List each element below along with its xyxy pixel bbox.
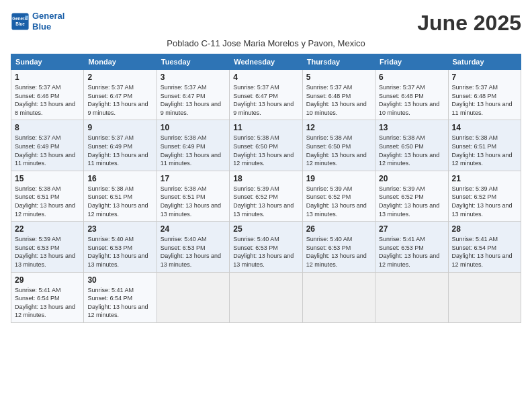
day-info: Sunrise: 5:37 AM Sunset: 6:49 PM Dayligh…: [87, 134, 152, 167]
day-number: 22: [15, 224, 80, 234]
table-row: 21 Sunrise: 5:39 AM Sunset: 6:52 PM Dayl…: [448, 171, 521, 221]
day-number: 27: [379, 224, 444, 234]
table-row: 16 Sunrise: 5:38 AM Sunset: 6:51 PM Dayl…: [84, 171, 157, 221]
day-number: 19: [306, 174, 371, 183]
day-info: Sunrise: 5:41 AM Sunset: 6:54 PM Dayligh…: [452, 235, 517, 269]
day-info: Sunrise: 5:38 AM Sunset: 6:50 PM Dayligh…: [306, 134, 371, 167]
day-info: Sunrise: 5:38 AM Sunset: 6:51 PM Dayligh…: [87, 185, 152, 218]
day-info: Sunrise: 5:37 AM Sunset: 6:48 PM Dayligh…: [306, 83, 371, 117]
table-row: 30 Sunrise: 5:41 AM Sunset: 6:54 PM Dayl…: [84, 272, 157, 322]
day-number: 2: [87, 73, 152, 82]
table-row: 17 Sunrise: 5:38 AM Sunset: 6:51 PM Dayl…: [157, 171, 229, 221]
day-info: Sunrise: 5:40 AM Sunset: 6:53 PM Dayligh…: [233, 235, 298, 269]
day-number: 25: [233, 224, 298, 234]
header-friday: Friday: [375, 54, 448, 70]
day-number: 11: [233, 123, 298, 132]
day-info: Sunrise: 5:37 AM Sunset: 6:47 PM Dayligh…: [161, 83, 226, 117]
day-number: 17: [161, 174, 226, 183]
day-number: 10: [161, 123, 226, 132]
day-info: Sunrise: 5:38 AM Sunset: 6:49 PM Dayligh…: [161, 134, 226, 167]
table-row: 19 Sunrise: 5:39 AM Sunset: 6:52 PM Dayl…: [302, 171, 375, 221]
table-row: 26 Sunrise: 5:40 AM Sunset: 6:53 PM Dayl…: [302, 222, 375, 272]
header-thursday: Thursday: [302, 54, 375, 70]
day-number: 15: [15, 174, 80, 183]
day-number: 7: [452, 73, 517, 82]
table-row: 23 Sunrise: 5:40 AM Sunset: 6:53 PM Dayl…: [84, 222, 157, 272]
day-info: Sunrise: 5:38 AM Sunset: 6:51 PM Dayligh…: [161, 185, 226, 218]
day-info: Sunrise: 5:38 AM Sunset: 6:51 PM Dayligh…: [452, 134, 517, 167]
table-row: [302, 272, 375, 322]
day-info: Sunrise: 5:37 AM Sunset: 6:48 PM Dayligh…: [452, 83, 517, 117]
day-number: 13: [379, 123, 444, 132]
header-wednesday: Wednesday: [230, 54, 302, 70]
day-number: 8: [15, 123, 80, 132]
month-title: June 2025: [417, 11, 521, 36]
day-info: Sunrise: 5:38 AM Sunset: 6:50 PM Dayligh…: [233, 134, 298, 167]
logo-text: General Blue: [32, 11, 64, 32]
calendar-table: Sunday Monday Tuesday Wednesday Thursday…: [11, 54, 521, 323]
table-row: 2 Sunrise: 5:37 AM Sunset: 6:47 PM Dayli…: [84, 70, 157, 120]
table-row: [375, 272, 448, 322]
table-row: 13 Sunrise: 5:38 AM Sunset: 6:50 PM Dayl…: [375, 120, 448, 171]
table-row: 22 Sunrise: 5:39 AM Sunset: 6:53 PM Dayl…: [11, 222, 84, 272]
weekday-header-row: Sunday Monday Tuesday Wednesday Thursday…: [11, 54, 521, 70]
table-row: 10 Sunrise: 5:38 AM Sunset: 6:49 PM Dayl…: [157, 120, 229, 171]
table-row: 20 Sunrise: 5:39 AM Sunset: 6:52 PM Dayl…: [375, 171, 448, 221]
logo-line1: General: [32, 11, 64, 21]
day-info: Sunrise: 5:39 AM Sunset: 6:52 PM Dayligh…: [233, 185, 298, 218]
day-info: Sunrise: 5:40 AM Sunset: 6:53 PM Dayligh…: [87, 235, 152, 269]
title-area: June 2025: [417, 11, 521, 36]
table-row: 29 Sunrise: 5:41 AM Sunset: 6:54 PM Dayl…: [11, 272, 84, 322]
day-number: 21: [452, 174, 517, 183]
day-number: 9: [87, 123, 152, 132]
header-tuesday: Tuesday: [157, 54, 229, 70]
day-number: 14: [452, 123, 517, 132]
calendar-row: 8 Sunrise: 5:37 AM Sunset: 6:49 PM Dayli…: [11, 120, 521, 171]
table-row: [157, 272, 229, 322]
day-number: 29: [15, 275, 80, 285]
logo: General Blue General Blue: [11, 11, 64, 32]
day-info: Sunrise: 5:39 AM Sunset: 6:52 PM Dayligh…: [452, 185, 517, 218]
calendar-row: 1 Sunrise: 5:37 AM Sunset: 6:46 PM Dayli…: [11, 70, 521, 120]
day-number: 26: [306, 224, 371, 234]
day-number: 20: [379, 174, 444, 183]
table-row: 24 Sunrise: 5:40 AM Sunset: 6:53 PM Dayl…: [157, 222, 229, 272]
table-row: 1 Sunrise: 5:37 AM Sunset: 6:46 PM Dayli…: [11, 70, 84, 120]
table-row: 7 Sunrise: 5:37 AM Sunset: 6:48 PM Dayli…: [448, 70, 521, 120]
location-title: Poblado C-11 Jose Maria Morelos y Pavon,…: [11, 38, 521, 48]
day-number: 1: [15, 73, 80, 82]
logo-icon: General Blue: [11, 12, 30, 31]
day-number: 12: [306, 123, 371, 132]
table-row: 9 Sunrise: 5:37 AM Sunset: 6:49 PM Dayli…: [84, 120, 157, 171]
day-info: Sunrise: 5:38 AM Sunset: 6:50 PM Dayligh…: [379, 134, 444, 167]
day-info: Sunrise: 5:37 AM Sunset: 6:49 PM Dayligh…: [15, 134, 80, 167]
day-info: Sunrise: 5:40 AM Sunset: 6:53 PM Dayligh…: [161, 235, 226, 269]
header-saturday: Saturday: [448, 54, 521, 70]
calendar-row: 15 Sunrise: 5:38 AM Sunset: 6:51 PM Dayl…: [11, 171, 521, 221]
header-sunday: Sunday: [11, 54, 84, 70]
day-number: 24: [161, 224, 226, 234]
logo-line2: Blue: [32, 21, 51, 32]
table-row: [448, 272, 521, 322]
calendar-row: 22 Sunrise: 5:39 AM Sunset: 6:53 PM Dayl…: [11, 222, 521, 272]
table-row: 3 Sunrise: 5:37 AM Sunset: 6:47 PM Dayli…: [157, 70, 229, 120]
table-row: 8 Sunrise: 5:37 AM Sunset: 6:49 PM Dayli…: [11, 120, 84, 171]
day-info: Sunrise: 5:39 AM Sunset: 6:52 PM Dayligh…: [379, 185, 444, 218]
table-row: 12 Sunrise: 5:38 AM Sunset: 6:50 PM Dayl…: [302, 120, 375, 171]
day-info: Sunrise: 5:37 AM Sunset: 6:48 PM Dayligh…: [379, 83, 444, 117]
svg-text:Blue: Blue: [15, 21, 25, 26]
header-monday: Monday: [84, 54, 157, 70]
table-row: 4 Sunrise: 5:37 AM Sunset: 6:47 PM Dayli…: [230, 70, 302, 120]
day-info: Sunrise: 5:41 AM Sunset: 6:54 PM Dayligh…: [15, 286, 80, 320]
table-row: [230, 272, 302, 322]
day-info: Sunrise: 5:37 AM Sunset: 6:47 PM Dayligh…: [87, 83, 152, 117]
table-row: 6 Sunrise: 5:37 AM Sunset: 6:48 PM Dayli…: [375, 70, 448, 120]
table-row: 5 Sunrise: 5:37 AM Sunset: 6:48 PM Dayli…: [302, 70, 375, 120]
table-row: 28 Sunrise: 5:41 AM Sunset: 6:54 PM Dayl…: [448, 222, 521, 272]
table-row: 27 Sunrise: 5:41 AM Sunset: 6:53 PM Dayl…: [375, 222, 448, 272]
day-number: 18: [233, 174, 298, 183]
day-number: 6: [379, 73, 444, 82]
day-number: 28: [452, 224, 517, 234]
day-info: Sunrise: 5:39 AM Sunset: 6:52 PM Dayligh…: [306, 185, 371, 218]
table-row: 11 Sunrise: 5:38 AM Sunset: 6:50 PM Dayl…: [230, 120, 302, 171]
